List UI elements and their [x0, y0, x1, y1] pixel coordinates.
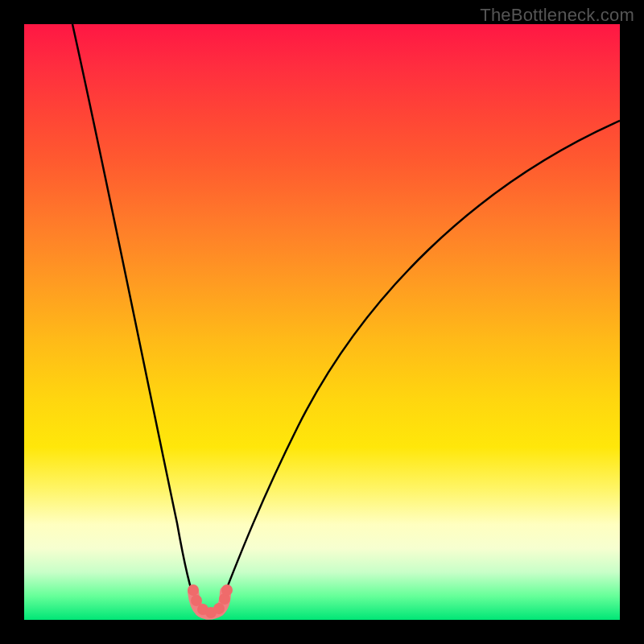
watermark: TheBottleneck.com — [480, 5, 634, 26]
marker-dot — [221, 584, 233, 596]
curve-left — [72, 24, 196, 602]
marker-dot — [213, 603, 225, 614]
marker-dot — [188, 584, 199, 596]
chart-frame: TheBottleneck.com — [0, 0, 644, 644]
plot-area — [24, 24, 620, 620]
bottleneck-curve — [24, 24, 620, 620]
curve-right — [221, 121, 620, 602]
